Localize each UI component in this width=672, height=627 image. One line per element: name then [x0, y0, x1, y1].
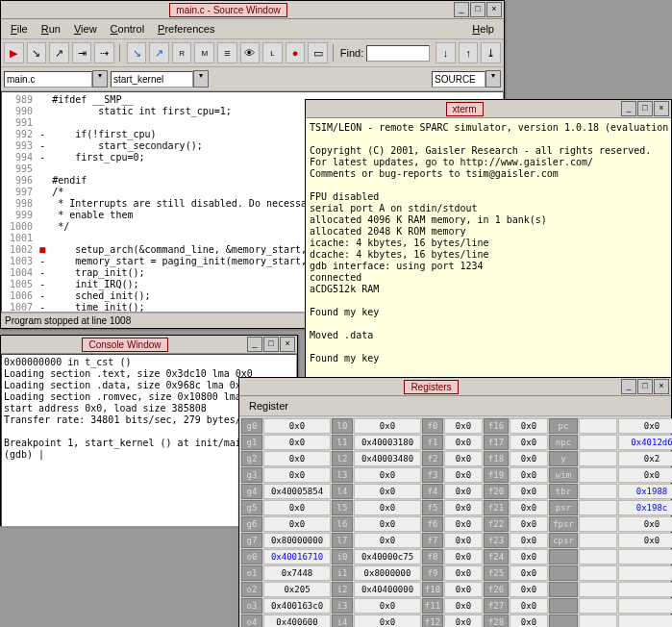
reg-name: psr	[549, 500, 578, 515]
mem-icon[interactable]: M	[194, 42, 214, 63]
reg-name: l7	[332, 533, 353, 548]
step-icon[interactable]: ↘	[27, 42, 47, 63]
maximize-icon[interactable]: □	[263, 337, 279, 352]
xterm-window: xterm _ □ × TSIM/LEON - remote SPARC sim…	[305, 99, 672, 377]
reg-value	[579, 435, 617, 450]
reg-name: wim	[549, 467, 578, 483]
reg-value: 0x0	[444, 533, 483, 548]
reg-name: f23	[484, 533, 509, 548]
reg-name: npc	[549, 435, 578, 450]
reg-name: f28	[484, 614, 509, 627]
continue-icon[interactable]: ⇢	[94, 42, 114, 63]
reg-name: l4	[332, 484, 353, 499]
reg-name	[618, 614, 672, 627]
func-combo[interactable]: start_kernel▾	[111, 70, 209, 88]
maximize-icon[interactable]: □	[637, 379, 653, 394]
stepi-icon[interactable]: ↘	[127, 42, 147, 63]
registers-titlebar[interactable]: Registers _ □ ×	[239, 378, 671, 396]
xterm-title: xterm	[446, 102, 484, 116]
reg-name: f22	[484, 516, 509, 532]
minimize-icon[interactable]: _	[247, 337, 262, 352]
nexti-icon[interactable]: ↗	[149, 42, 169, 63]
next-icon[interactable]: ↗	[49, 42, 69, 63]
reg-name: o2	[241, 582, 262, 597]
xterm-titlebar[interactable]: xterm _ □ ×	[306, 100, 671, 118]
reg-value: 0x0	[354, 598, 421, 614]
reg-name: f2	[422, 451, 443, 466]
stack-icon[interactable]: ≡	[217, 42, 237, 63]
reg-name: f8	[422, 549, 443, 564]
reg-name: 0x2	[618, 451, 672, 466]
menu-register[interactable]: Register	[243, 398, 294, 414]
reg-value: 0x0	[444, 598, 483, 614]
reg-value: 0x0	[510, 565, 548, 581]
bottom-icon[interactable]: ⤓	[481, 42, 501, 63]
reg-icon[interactable]: R	[172, 42, 192, 63]
minimize-icon[interactable]: _	[621, 379, 636, 394]
run-icon[interactable]: ▶	[4, 42, 24, 63]
reg-name: g1	[241, 435, 262, 450]
up-icon[interactable]: ↑	[459, 42, 479, 63]
find-input[interactable]	[366, 45, 430, 62]
reg-name: o1	[241, 565, 262, 581]
reg-value: 0x0	[354, 484, 421, 499]
reg-value: 0x0	[510, 418, 548, 434]
mode-combo[interactable]: SOURCE▾	[432, 70, 501, 88]
maximize-icon[interactable]: □	[637, 101, 653, 116]
close-icon[interactable]: ×	[280, 337, 295, 352]
reg-name	[549, 565, 578, 581]
maximize-icon[interactable]: □	[470, 2, 485, 17]
reg-value	[579, 451, 617, 466]
reg-name: g3	[241, 467, 262, 483]
reg-name: tbr	[549, 484, 578, 499]
reg-value: 0x0	[444, 614, 483, 627]
console-titlebar[interactable]: Console Window _ □ ×	[1, 336, 297, 354]
menu-preferences[interactable]: Preferences	[152, 21, 220, 37]
reg-name	[618, 582, 672, 597]
reg-value: 0x0	[354, 614, 421, 627]
file-combo[interactable]: main.c▾	[4, 70, 108, 88]
close-icon[interactable]: ×	[654, 379, 669, 394]
console-icon[interactable]: ▭	[308, 42, 328, 63]
reg-value: 0x0	[444, 451, 483, 466]
registers-title: Registers	[404, 380, 458, 394]
finish-icon[interactable]: ⇥	[72, 42, 92, 63]
close-icon[interactable]: ×	[654, 101, 669, 116]
reg-name: 0x1988	[618, 484, 672, 499]
menu-run[interactable]: Run	[36, 21, 66, 37]
close-icon[interactable]: ×	[486, 2, 502, 17]
reg-value	[579, 516, 617, 532]
reg-value: 0x0	[510, 435, 548, 450]
console-title: Console Window	[82, 338, 167, 352]
source-titlebar[interactable]: main.c - Source Window _ □ ×	[1, 1, 504, 19]
reg-value	[579, 598, 617, 614]
menu-control[interactable]: Control	[105, 21, 150, 37]
reg-name: l1	[332, 435, 353, 450]
reg-name: g4	[241, 484, 262, 499]
menu-file[interactable]: File	[5, 21, 34, 37]
reg-value: 0x7448	[263, 565, 331, 581]
reg-value: 0x0	[263, 516, 331, 532]
reg-value: 0x40005854	[263, 484, 331, 499]
reg-name: fpsr	[549, 516, 578, 532]
menu-view[interactable]: View	[68, 21, 103, 37]
reg-name: o0	[241, 549, 262, 564]
menu-help[interactable]: Help	[466, 21, 500, 37]
watch-icon[interactable]: 👁	[240, 42, 261, 63]
down-icon[interactable]: ↓	[436, 42, 456, 63]
reg-name: f26	[484, 582, 509, 597]
minimize-icon[interactable]: _	[621, 101, 636, 116]
reg-name: y	[549, 451, 578, 466]
minimize-icon[interactable]: _	[454, 2, 469, 17]
reg-name: f1	[422, 435, 443, 450]
reg-name: f6	[422, 516, 443, 532]
reg-name: l0	[332, 418, 353, 434]
reg-value: 0x0	[510, 500, 548, 515]
xterm-body[interactable]: TSIM/LEON - remote SPARC simulator, vers…	[306, 118, 671, 379]
reg-value	[579, 467, 617, 483]
bp-icon[interactable]: ●	[286, 42, 306, 63]
reg-name	[549, 582, 578, 597]
locals-icon[interactable]: L	[262, 42, 283, 63]
reg-value: 0x0	[444, 435, 483, 450]
reg-value: 0x0	[263, 435, 331, 450]
